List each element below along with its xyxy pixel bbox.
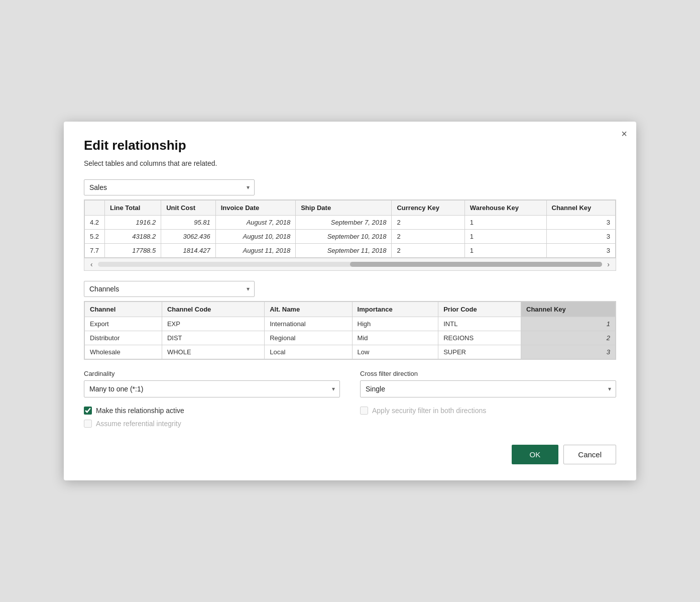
table1-col-currencykey: Currency Key xyxy=(392,200,464,216)
active-checkbox-row: Make this relationship active xyxy=(84,407,340,415)
integrity-checkbox[interactable] xyxy=(84,420,92,428)
table1-cell-rownum: 5.2 xyxy=(85,230,105,244)
table1-cell-currencykey: 2 xyxy=(392,216,464,230)
table1-cell-channelkey: 3 xyxy=(546,216,615,230)
options-row: Make this relationship active Assume ref… xyxy=(84,407,616,433)
table1-cell-shipdate: September 7, 2018 xyxy=(296,216,392,230)
table1-col-warehousekey: Warehouse Key xyxy=(464,200,546,216)
table2-cell-priorcode: INTL xyxy=(438,317,521,331)
table1-cell-rownum: 7.7 xyxy=(85,244,105,258)
table2-cell-code: WHOLE xyxy=(162,345,264,359)
table1-cell-invoicedate: August 10, 2018 xyxy=(215,230,295,244)
left-options: Make this relationship active Assume ref… xyxy=(84,407,340,433)
table2-cell-altname: International xyxy=(265,317,352,331)
cardinality-dropdown[interactable]: Many to one (*:1)One to one (1:1)One to … xyxy=(84,380,340,397)
dialog-title: Edit relationship xyxy=(84,138,616,153)
table1-section: Sales ▾ Line Total Unit Cost Invoice Dat… xyxy=(84,179,616,271)
table2-cell-channel: Wholesale xyxy=(85,345,162,359)
table1-cell-channelkey: 3 xyxy=(546,244,615,258)
table1-row: 7.7 17788.5 1814.427 August 11, 2018 Sep… xyxy=(85,244,616,258)
footer-buttons: OK Cancel xyxy=(84,445,616,464)
table2-section: Channels ▾ Channel Channel Code Alt. Nam… xyxy=(84,281,616,360)
table1-col-channelkey: Channel Key xyxy=(546,200,615,216)
table1-cell-unitcost: 95.81 xyxy=(161,216,216,230)
table1-col-unitcost: Unit Cost xyxy=(161,200,216,216)
ok-button[interactable]: OK xyxy=(512,445,559,464)
bottom-section: Cardinality Many to one (*:1)One to one … xyxy=(84,370,616,397)
table1-cell-unitcost: 1814.427 xyxy=(161,244,216,258)
table1-cell-invoicedate: August 7, 2018 xyxy=(215,216,295,230)
table2-cell-code: EXP xyxy=(162,317,264,331)
dialog-subtitle: Select tables and columns that are relat… xyxy=(84,159,616,167)
table2-cell-importance: Mid xyxy=(352,331,438,345)
cardinality-dropdown-container: Many to one (*:1)One to one (1:1)One to … xyxy=(84,380,340,397)
table2-cell-channelkey: 3 xyxy=(521,345,616,359)
cross-filter-group: Cross filter direction SingleBoth ▾ xyxy=(360,370,616,397)
table2-col-channelcode: Channel Code xyxy=(162,302,264,317)
active-checkbox[interactable] xyxy=(84,407,92,415)
table2-dropdown-container: Channels ▾ xyxy=(84,281,255,297)
table1-row: 5.2 43188.2 3062.436 August 10, 2018 Sep… xyxy=(85,230,616,244)
table2-cell-altname: Local xyxy=(265,345,352,359)
table1-cell-currencykey: 2 xyxy=(392,230,464,244)
table2-row: Export EXP International High INTL 1 xyxy=(85,317,616,331)
table1-cell-shipdate: September 10, 2018 xyxy=(296,230,392,244)
table1-scroll-left-icon[interactable]: ‹ xyxy=(87,260,96,268)
cross-filter-dropdown-container: SingleBoth ▾ xyxy=(360,380,616,397)
table1-col-invoicedate: Invoice Date xyxy=(215,200,295,216)
table2-cell-channel: Export xyxy=(85,317,162,331)
cross-filter-dropdown[interactable]: SingleBoth xyxy=(360,380,616,397)
table1-cell-linetotal: 17788.5 xyxy=(105,244,161,258)
table2: Channel Channel Code Alt. Name Importanc… xyxy=(84,302,616,359)
right-options: Apply security filter in both directions xyxy=(360,407,616,433)
table2-cell-altname: Regional xyxy=(265,331,352,345)
security-checkbox[interactable] xyxy=(360,407,368,415)
table2-col-channelkey: Channel Key xyxy=(521,302,616,317)
table1: Line Total Unit Cost Invoice Date Ship D… xyxy=(84,200,616,258)
table1-cell-channelkey: 3 xyxy=(546,230,615,244)
cancel-button[interactable]: Cancel xyxy=(563,445,616,464)
table1-scroll-right-icon[interactable]: › xyxy=(604,260,613,268)
table2-cell-importance: High xyxy=(352,317,438,331)
active-checkbox-label[interactable]: Make this relationship active xyxy=(96,407,184,415)
table1-cell-warehousekey: 1 xyxy=(464,244,546,258)
table2-cell-channelkey: 1 xyxy=(521,317,616,331)
table1-dropdown[interactable]: Sales xyxy=(84,179,255,195)
security-checkbox-label: Apply security filter in both directions xyxy=(372,407,486,415)
integrity-checkbox-row: Assume referential integrity xyxy=(84,420,340,428)
table1-cell-warehousekey: 1 xyxy=(464,230,546,244)
table1-cell-shipdate: September 11, 2018 xyxy=(296,244,392,258)
table1-wrapper: Line Total Unit Cost Invoice Date Ship D… xyxy=(84,199,616,258)
table1-cell-currencykey: 2 xyxy=(392,244,464,258)
table2-row: Wholesale WHOLE Local Low SUPER 3 xyxy=(85,345,616,359)
table2-cell-channelkey: 2 xyxy=(521,331,616,345)
cross-filter-label: Cross filter direction xyxy=(360,370,616,377)
table2-wrapper: Channel Channel Code Alt. Name Importanc… xyxy=(84,301,616,360)
table2-col-altname: Alt. Name xyxy=(265,302,352,317)
table2-cell-channel: Distributor xyxy=(85,331,162,345)
table1-cell-linetotal: 1916.2 xyxy=(105,216,161,230)
table1-row: 4.2 1916.2 95.81 August 7, 2018 Septembe… xyxy=(85,216,616,230)
table2-cell-priorcode: REGIONS xyxy=(438,331,521,345)
table2-col-importance: Importance xyxy=(352,302,438,317)
table1-cell-invoicedate: August 11, 2018 xyxy=(215,244,295,258)
table1-cell-unitcost: 3062.436 xyxy=(161,230,216,244)
integrity-checkbox-label: Assume referential integrity xyxy=(96,420,181,428)
table1-cell-rownum: 4.2 xyxy=(85,216,105,230)
table2-col-channel: Channel xyxy=(85,302,162,317)
table1-scroll-thumb xyxy=(350,262,602,267)
table1-col-linetotal: Line Total xyxy=(105,200,161,216)
table1-cell-warehousekey: 1 xyxy=(464,216,546,230)
table2-cell-importance: Low xyxy=(352,345,438,359)
table1-col-rownum xyxy=(85,200,105,216)
security-checkbox-row: Apply security filter in both directions xyxy=(360,407,616,415)
table1-cell-linetotal: 43188.2 xyxy=(105,230,161,244)
table2-cell-code: DIST xyxy=(162,331,264,345)
close-button[interactable]: × xyxy=(621,129,627,139)
table1-scroll-track[interactable] xyxy=(98,262,603,267)
table1-scrollbar[interactable]: ‹ › xyxy=(84,258,616,271)
edit-relationship-dialog: × Edit relationship Select tables and co… xyxy=(64,122,636,480)
table2-dropdown[interactable]: Channels xyxy=(84,281,255,297)
table2-row: Distributor DIST Regional Mid REGIONS 2 xyxy=(85,331,616,345)
cardinality-label: Cardinality xyxy=(84,370,340,377)
